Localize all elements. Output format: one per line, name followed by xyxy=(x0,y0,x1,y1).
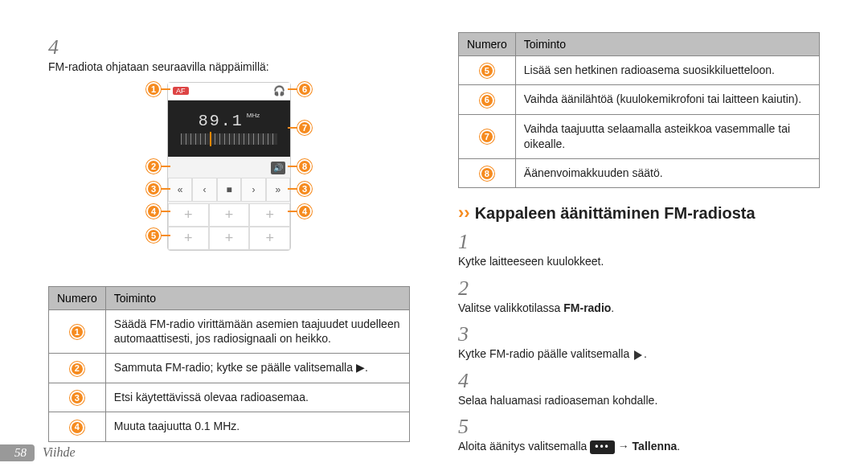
tuning-scale xyxy=(181,133,277,145)
seek-back-icon: « xyxy=(168,178,192,202)
table-row: 7 Vaihda taajuutta selaamalla asteikkoa … xyxy=(459,114,820,158)
volume-icon: 🔊 xyxy=(271,162,285,174)
row-description: Lisää sen hetkinen radioasema suosikkilu… xyxy=(515,56,819,85)
callout-4: 4 xyxy=(297,204,312,219)
chevron-icon: ›› xyxy=(458,203,470,223)
row-number: 8 xyxy=(480,166,494,181)
step-text: Kytke laitteeseen kuulokkeet. xyxy=(458,254,796,270)
table-header-function: Toiminto xyxy=(105,286,409,309)
preset-slot: + xyxy=(168,203,209,227)
seek-fwd-icon: » xyxy=(266,178,290,202)
row-number: 1 xyxy=(70,325,84,339)
step-number: 1 xyxy=(458,230,479,254)
page-footer: 58 Viihde xyxy=(0,444,76,461)
controls-table-right: Numero Toiminto 5 Lisää sen hetkinen rad… xyxy=(458,32,820,188)
table-row: 1 Säädä FM-radio virittämään asemien taa… xyxy=(49,309,410,354)
row-description: Vaihda äänilähtöä (kuulokemikrofoni tai … xyxy=(515,85,819,114)
row-number: 4 xyxy=(70,420,84,435)
preset-slot: + xyxy=(249,227,290,250)
table-row: 2 Sammuta FM-radio; kytke se päälle vali… xyxy=(49,354,410,383)
callout-2: 2 xyxy=(146,159,161,174)
step-text: Valitse valikkotilassa FM-radio. xyxy=(458,301,796,317)
callout-3: 3 xyxy=(297,182,312,196)
preset-slot: + xyxy=(249,203,290,227)
stop-icon: ■ xyxy=(217,178,241,202)
table-header-number: Numero xyxy=(49,286,106,309)
preset-slot: + xyxy=(209,227,250,250)
row-number: 5 xyxy=(480,63,494,78)
row-description: Vaihda taajuutta selaamalla asteikkoa va… xyxy=(515,114,819,158)
mhz-label: MHz xyxy=(247,112,260,119)
step-fwd-icon: › xyxy=(241,178,265,202)
callout-6: 6 xyxy=(297,82,312,96)
preset-slot: + xyxy=(168,227,209,250)
callout-8: 8 xyxy=(297,159,312,174)
callout-3: 3 xyxy=(146,182,161,196)
table-row: 3 Etsi käytettävissä olevaa radioasemaa. xyxy=(49,383,410,412)
step-3: 3 Kytke FM-radio päälle valitsemalla . xyxy=(458,322,820,362)
headphones-icon: 🎧 xyxy=(273,85,285,96)
row-description: Sammuta FM-radio; kytke se päälle valits… xyxy=(105,354,409,383)
row-description: Etsi käytettävissä olevaa radioasemaa. xyxy=(105,383,409,412)
step-text: Selaa haluamasi radioaseman kohdalle. xyxy=(458,393,796,409)
row-description: Äänenvoimakkuuden säätö. xyxy=(515,158,819,187)
step-4: 4 Selaa haluamasi radioaseman kohdalle. xyxy=(458,369,820,409)
callout-7: 7 xyxy=(297,121,312,135)
row-description: Säädä FM-radio virittämään asemien taaju… xyxy=(105,309,409,354)
callout-1: 1 xyxy=(146,82,161,96)
controls-table-left: Numero Toiminto 1 Säädä FM-radio virittä… xyxy=(48,286,410,442)
row-number: 2 xyxy=(70,362,84,376)
section-heading: ›› Kappaleen äänittäminen FM-radiosta xyxy=(458,203,820,223)
frequency-display: 89.1 xyxy=(199,112,244,130)
table-header-function: Toiminto xyxy=(515,33,819,56)
page-number: 58 xyxy=(0,444,35,461)
table-row: 6 Vaihda äänilähtöä (kuulokemikrofoni ta… xyxy=(459,85,820,114)
step-5: 5 Aloita äänitys valitsemalla ••• → Tall… xyxy=(458,415,820,455)
play-icon xyxy=(634,350,642,360)
step-back-icon: ‹ xyxy=(192,178,216,202)
table-row: 4 Muuta taajuutta 0.1 MHz. xyxy=(49,412,410,441)
table-header-number: Numero xyxy=(459,33,516,56)
step-text: Aloita äänitys valitsemalla ••• → Tallen… xyxy=(458,439,796,455)
callout-4: 4 xyxy=(146,204,161,219)
table-row: 8 Äänenvoimakkuuden säätö. xyxy=(459,158,820,187)
radio-illustration: AF 🎧 89.1MHz 🔊 « ‹ ■ › xyxy=(145,82,313,275)
step-2: 2 Valitse valikkotilassa FM-radio. xyxy=(458,276,820,317)
section-title: Kappaleen äänittäminen FM-radiosta xyxy=(475,204,755,223)
af-badge: AF xyxy=(173,87,189,95)
page-category: Viihde xyxy=(43,445,76,460)
row-number: 6 xyxy=(480,93,494,108)
step-text: FM-radiota ohjataan seuraavilla näppäimi… xyxy=(48,59,386,76)
row-number: 3 xyxy=(70,391,84,405)
step-number: 3 xyxy=(458,322,479,346)
step-number: 4 xyxy=(458,369,479,393)
callout-5: 5 xyxy=(146,228,161,243)
step-number: 4 xyxy=(48,35,69,59)
step-1: 1 Kytke laitteeseen kuulokkeet. xyxy=(458,230,820,270)
row-description: Muuta taajuutta 0.1 MHz. xyxy=(105,412,409,441)
step-number: 2 xyxy=(458,276,479,301)
step-4: 4 FM-radiota ohjataan seuraavilla näppäi… xyxy=(48,35,410,76)
step-text: Kytke FM-radio päälle valitsemalla . xyxy=(458,346,796,362)
table-row: 5 Lisää sen hetkinen radioasema suosikki… xyxy=(459,56,820,85)
row-number: 7 xyxy=(480,129,494,144)
menu-icon: ••• xyxy=(590,440,615,454)
preset-slot: + xyxy=(209,203,250,227)
step-number: 5 xyxy=(458,415,479,439)
